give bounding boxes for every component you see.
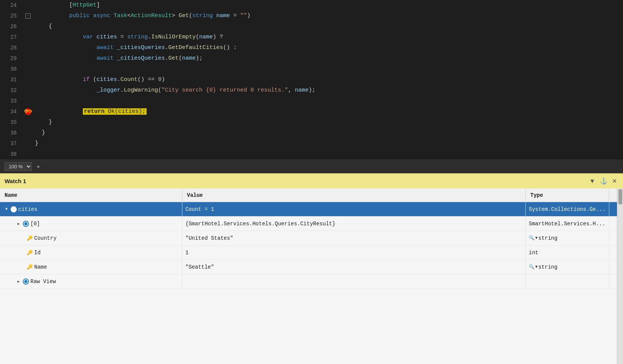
breakpoint-icon-34: ⟳ [25, 108, 32, 115]
code-line-38: 38 [0, 149, 623, 160]
watch-cell-country-type: 🔍 ▼ string [526, 231, 609, 245]
watch-cell-country-value: "United States" [182, 231, 526, 245]
line-number-29: 29 [0, 53, 23, 64]
watch-cell-name-value: "Seattle" [182, 260, 526, 274]
code-line-36: 36 } [0, 128, 623, 138]
line-indicator-34: ⟳ [23, 108, 33, 115]
watch-title: Watch 1 [5, 178, 26, 184]
line-number-28: 28 [0, 43, 23, 53]
line-content-37: } [33, 138, 623, 149]
line-number-36: 36 [0, 128, 23, 138]
watch-row-rawview[interactable]: Raw View [0, 274, 617, 289]
country-type-label: string [538, 235, 557, 241]
watch-table-header: Name Value Type [0, 188, 617, 202]
watch-dock-button[interactable]: ⚓ [598, 177, 609, 185]
watch-cell-0-value: {SmartHotel.Services.Hotels.Queries.City… [182, 217, 526, 231]
country-prop-icon: 🔑 [27, 235, 33, 241]
line-indicator-25: − [23, 13, 33, 19]
code-line-34: 34 ⟳ return Ok(cities); [0, 106, 623, 117]
line-content-35: } [33, 117, 623, 128]
watch-col-name: Name [0, 188, 182, 202]
watch-row-0[interactable]: [0] {SmartHotel.Services.Hotels.Queries.… [0, 217, 617, 231]
watch-cell-cities-type: System.Collections.Ge... [526, 202, 609, 216]
code-line-35: 35 } [0, 117, 623, 128]
line-number-30: 30 [0, 64, 23, 74]
watch-cell-id-extra [609, 245, 617, 260]
watch-cell-name-name: 🔑 Name [0, 260, 182, 274]
watch-row-cities[interactable]: cities Count = 1 System.Collections.Ge..… [0, 202, 617, 217]
status-bar: 100 % 75 % 125 % 150 % ◀ [0, 160, 623, 173]
country-name-label: Country [34, 235, 57, 241]
line-number-25: 25 [0, 11, 23, 21]
line-number-35: 35 [0, 117, 23, 128]
id-prop-icon: 🔑 [27, 250, 33, 256]
watch-cell-rawview-extra [609, 274, 617, 288]
line-number-34: 34 [0, 106, 23, 117]
name-chevron-icon: ▼ [535, 265, 538, 269]
collapse-button-25[interactable]: − [25, 13, 31, 19]
code-editor: 24 [HttpGet] 25 − public async Task<Acti… [0, 0, 623, 160]
watch-cell-id-name: 🔑 Id [0, 245, 182, 260]
watch-cell-cities-value: Count = 1 [182, 202, 526, 216]
watch-controls: ▼ ⚓ ✕ [588, 177, 618, 185]
code-line-29: 29 await _citiesQueries.Get(name); [0, 53, 623, 64]
0-name-label: [0] [30, 221, 40, 227]
rawview-obj-icon [23, 279, 29, 285]
watch-cell-rawview-type [526, 274, 609, 288]
expand-rawview-button[interactable] [15, 278, 22, 285]
watch-row-name[interactable]: 🔑 Name "Seattle" 🔍 ▼ string [0, 260, 617, 274]
country-chevron-icon: ▼ [535, 236, 538, 240]
line-number-31: 31 [0, 74, 23, 85]
watch-cell-name-type: 🔍 ▼ string [526, 260, 609, 274]
line-number-24: 24 [0, 0, 23, 11]
line-number-27: 27 [0, 32, 23, 43]
cities-obj-icon [11, 206, 17, 212]
cities-name-label: cities [18, 206, 37, 212]
watch-panel: Watch 1 ▼ ⚓ ✕ Name Value Type [0, 173, 623, 364]
name-type-label: string [538, 264, 557, 270]
watch-scrollbar[interactable] [617, 188, 623, 364]
watch-cell-0-name: [0] [0, 217, 182, 231]
rawview-name-label: Raw View [30, 279, 56, 285]
code-line-25: 25 − public async Task<ActionResult> Get… [0, 11, 623, 21]
country-search-icon: 🔍 [529, 235, 534, 241]
watch-cell-rawview-value [182, 274, 526, 288]
line-number-38: 38 [0, 149, 23, 160]
watch-cell-id-type: int [526, 245, 609, 260]
id-name-label: Id [34, 250, 41, 256]
watch-cell-cities-name: cities [0, 202, 182, 216]
watch-row-id[interactable]: 🔑 Id 1 int [0, 245, 617, 260]
scroll-left-button[interactable]: ◀ [35, 163, 41, 170]
expand-cities-button[interactable] [3, 206, 10, 213]
watch-cell-0-extra [609, 217, 617, 231]
line-content-36: } [33, 128, 623, 138]
watch-cell-rawview-name: Raw View [0, 274, 182, 288]
watch-header: Watch 1 ▼ ⚓ ✕ [0, 173, 623, 188]
name-name-label: Name [34, 264, 47, 270]
watch-cell-country-name: 🔑 Country [0, 231, 182, 245]
watch-col-value: Value [182, 188, 526, 202]
watch-pin-button[interactable]: ▼ [588, 177, 597, 185]
watch-row-country[interactable]: 🔑 Country "United States" 🔍 ▼ string [0, 231, 617, 245]
watch-cell-name-extra [609, 260, 617, 274]
code-line-32: 32 _logger.LogWarning("City search {0} r… [0, 85, 623, 96]
code-line-37: 37 } [0, 138, 623, 149]
0-obj-icon [23, 221, 29, 227]
watch-body: Name Value Type cities [0, 188, 623, 364]
watch-col-type: Type [526, 188, 609, 202]
line-number-37: 37 [0, 138, 23, 149]
watch-cell-cities-extra [609, 202, 617, 216]
line-number-33: 33 [0, 96, 23, 106]
line-number-26: 26 [0, 21, 23, 32]
expand-0-button[interactable] [15, 220, 22, 227]
watch-col-extra [609, 188, 617, 202]
name-prop-icon: 🔑 [27, 264, 33, 270]
watch-cell-id-value: 1 [182, 245, 526, 260]
line-number-32: 32 [0, 85, 23, 96]
zoom-select[interactable]: 100 % 75 % 125 % 150 % [5, 162, 32, 171]
scrollbar-thumb[interactable] [618, 189, 622, 204]
watch-close-button[interactable]: ✕ [610, 177, 618, 185]
name-search-icon: 🔍 [529, 264, 534, 270]
watch-cell-0-type: SmartHotel.Services.H... [526, 217, 609, 231]
watch-table: Name Value Type cities [0, 188, 617, 364]
